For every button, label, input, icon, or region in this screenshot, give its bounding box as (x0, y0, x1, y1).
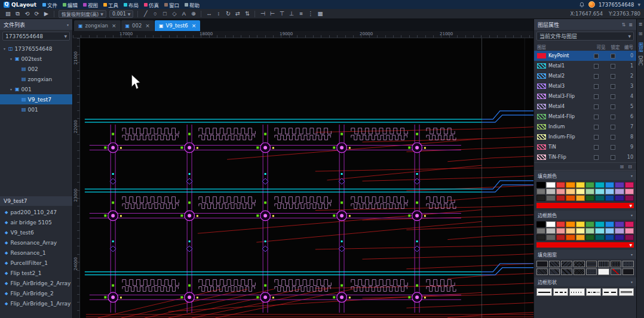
sort-layers-icon[interactable]: ⇅ (622, 22, 626, 27)
color-swatch[interactable] (536, 189, 545, 194)
distribute-v-icon[interactable]: ⋮ (306, 10, 315, 18)
color-swatch[interactable] (625, 221, 634, 227)
lock-checkbox[interactable] (611, 135, 615, 140)
fill-current-color[interactable]: ▼ (536, 203, 634, 208)
pattern-swatch-wide-diag[interactable] (561, 268, 572, 275)
visibility-checkbox[interactable] (594, 125, 599, 129)
mirror-v-icon[interactable]: ⇅ (243, 10, 252, 18)
save-icon[interactable]: ▤ (4, 10, 13, 18)
color-swatch[interactable] (576, 228, 585, 234)
move-h-icon[interactable]: ↔ (204, 10, 213, 18)
list-item[interactable]: ◆pad200_110_247 (0, 207, 72, 217)
tab-zongxian[interactable]: ▣zongxian× (74, 20, 121, 31)
color-swatch[interactable] (585, 195, 594, 201)
select-cursor-icon[interactable]: ▶ (42, 10, 51, 18)
color-swatch[interactable] (595, 182, 604, 188)
color-swatch[interactable] (625, 228, 634, 234)
pattern-swatch-sparse-diag[interactable] (549, 268, 560, 275)
color-swatch[interactable] (605, 234, 614, 240)
redo-icon[interactable]: ⟳ (32, 10, 41, 18)
pattern-swatch-cross[interactable] (574, 261, 585, 267)
lock-checkbox[interactable] (611, 64, 615, 69)
menu-item-2[interactable]: 编辑 (63, 1, 78, 8)
account-select[interactable]: 17376554648 ▼ (2, 32, 70, 41)
lock-checkbox[interactable] (611, 54, 615, 58)
color-swatch[interactable] (625, 195, 634, 201)
dock-tab-图层[interactable]: 图层 (637, 41, 644, 54)
mirror-h-icon[interactable]: ⇄ (233, 10, 242, 18)
color-swatch[interactable] (536, 234, 545, 240)
color-swatch[interactable] (605, 182, 614, 188)
color-swatch[interactable] (556, 228, 565, 234)
color-swatch[interactable] (576, 234, 585, 240)
tree-item-001[interactable]: ▤001 (0, 104, 72, 115)
color-swatch[interactable] (615, 195, 624, 201)
lock-checkbox[interactable] (611, 84, 615, 89)
add-layer-icon[interactable]: ⊞ (620, 164, 624, 169)
color-swatch[interactable] (625, 182, 634, 188)
pattern-swatch-vertical[interactable] (598, 261, 609, 267)
color-swatch[interactable] (605, 189, 614, 194)
pattern-swatch-solid2[interactable] (622, 268, 634, 275)
instance-tool-icon[interactable]: ⊕ (189, 10, 198, 18)
color-swatch[interactable] (536, 182, 545, 188)
grid-precision-select[interactable]: 0.001▼ (109, 10, 134, 18)
line-tool-icon[interactable]: ╱ (141, 10, 150, 18)
border-style-option-dash-dot[interactable] (586, 288, 602, 296)
border-style-option-dotted[interactable] (569, 288, 585, 296)
color-swatch[interactable] (536, 228, 545, 234)
border-style-option-dashed[interactable] (553, 288, 569, 296)
align-right-icon[interactable]: ⊢ (268, 10, 277, 18)
layer-file-select[interactable]: 当前文件与图层 ▼ (536, 32, 634, 41)
list-item[interactable]: ◆Flip test2_1 (0, 268, 72, 278)
border-current-color[interactable]: ▼ (536, 242, 634, 248)
pattern-swatch-cross-dense[interactable] (574, 268, 585, 275)
layer-row-Metal4-Flip[interactable]: Metal4-Flip6 (534, 112, 636, 122)
visibility-checkbox[interactable] (594, 64, 599, 69)
color-swatch[interactable] (546, 234, 555, 240)
tree-item-17376554648[interactable]: ▾◫17376554648 (0, 44, 72, 54)
visibility-checkbox[interactable] (594, 155, 599, 160)
color-swatch[interactable] (536, 221, 545, 227)
lock-checkbox[interactable] (611, 145, 615, 150)
tree-item-002test[interactable]: ▾▣002test (0, 54, 72, 64)
align-left-icon[interactable]: ⊣ (258, 10, 267, 18)
layer-row-Indium[interactable]: Indium7 (534, 122, 636, 132)
pattern-swatch-solid[interactable] (536, 261, 548, 267)
move-v-icon[interactable]: ↕ (214, 10, 223, 18)
color-swatch[interactable] (566, 221, 575, 227)
menu-item-7[interactable]: 窗口 (164, 1, 179, 8)
color-swatch[interactable] (556, 182, 565, 188)
visibility-checkbox[interactable] (594, 54, 599, 58)
color-swatch[interactable] (625, 189, 634, 194)
layers-menu-icon[interactable]: ≣ (628, 22, 633, 27)
menu-item-8[interactable]: 帮助 (185, 1, 200, 8)
layer-row-KeyPoint[interactable]: KeyPoint0 (534, 51, 636, 61)
layout-canvas[interactable] (80, 38, 533, 318)
tab-close-icon[interactable]: × (192, 23, 197, 29)
color-swatch[interactable] (576, 189, 585, 194)
color-swatch[interactable] (585, 234, 594, 240)
tree-item-V9_test7[interactable]: ▤V9_test7 (0, 94, 72, 104)
copy-icon[interactable]: ⧉ (13, 10, 22, 18)
align-bottom-icon[interactable]: ⊥ (287, 10, 296, 18)
list-item[interactable]: ◆Resonance_Array (0, 237, 72, 248)
align-top-icon[interactable]: ⊤ (277, 10, 286, 18)
color-swatch[interactable] (556, 234, 565, 240)
color-swatch[interactable] (576, 182, 585, 188)
list-item[interactable]: ◆V9_test6 (0, 227, 72, 237)
lock-checkbox[interactable] (611, 155, 615, 160)
menu-item-6[interactable]: 仿真 (144, 1, 159, 8)
notification-bell-icon[interactable] (579, 2, 585, 8)
color-swatch[interactable] (536, 195, 545, 201)
list-item[interactable]: ◆air bridge 5105 (0, 217, 72, 227)
lock-checkbox[interactable] (611, 104, 615, 109)
menu-item-1[interactable]: 文件 (42, 1, 57, 8)
tab-002[interactable]: ▣002× (121, 20, 154, 31)
color-swatch[interactable] (556, 195, 565, 201)
visibility-checkbox[interactable] (594, 145, 599, 150)
dock-tab-DRC[interactable]: DRC (637, 54, 643, 67)
user-menu-chevron-down-icon[interactable]: ▼ (637, 2, 640, 7)
layer-row-TiN[interactable]: TiN9 (534, 142, 636, 152)
visibility-checkbox[interactable] (594, 135, 599, 140)
